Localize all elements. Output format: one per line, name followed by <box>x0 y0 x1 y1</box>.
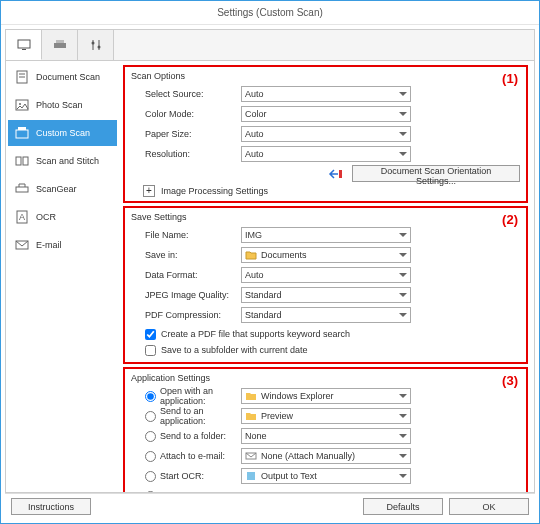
stitch-icon <box>14 153 30 169</box>
sidebar-label: Custom Scan <box>36 128 90 138</box>
do-not-start-label: Do not start any application <box>160 491 269 492</box>
text-icon <box>245 470 257 482</box>
send-to-folder-dropdown[interactable]: None <box>241 428 411 444</box>
color-mode-label: Color Mode: <box>131 109 241 119</box>
select-source-dropdown[interactable]: Auto <box>241 86 411 102</box>
color-mode-dropdown[interactable]: Color <box>241 106 411 122</box>
instructions-button[interactable]: Instructions <box>11 498 91 515</box>
svg-rect-2 <box>54 43 66 48</box>
data-format-dropdown[interactable]: Auto <box>241 267 411 283</box>
svg-rect-23 <box>247 472 255 480</box>
jpeg-quality-dropdown[interactable]: Standard <box>241 287 411 303</box>
start-ocr-label: Start OCR: <box>160 471 204 481</box>
image-processing-toggle[interactable]: +Image Processing Settings <box>143 185 520 197</box>
attach-email-dropdown[interactable]: None (Attach Manually) <box>241 448 411 464</box>
arrow-icon <box>328 168 344 180</box>
sidebar-item-ocr[interactable]: AOCR <box>8 204 117 230</box>
jpeg-quality-label: JPEG Image Quality: <box>131 290 241 300</box>
pdf-compression-label: PDF Compression: <box>131 310 241 320</box>
svg-rect-17 <box>16 187 28 192</box>
resolution-dropdown[interactable]: Auto <box>241 146 411 162</box>
tab-from-scanner[interactable] <box>42 30 78 60</box>
svg-text:A: A <box>19 212 25 222</box>
svg-rect-1 <box>22 49 26 50</box>
subfolder-date-label: Save to a subfolder with current date <box>161 345 308 355</box>
send-to-folder-label: Send to a folder: <box>160 431 226 441</box>
scangear-icon <box>14 181 30 197</box>
open-with-radio[interactable] <box>145 391 156 402</box>
sidebar-item-scan-stitch[interactable]: Scan and Stitch <box>8 148 117 174</box>
sidebar-label: OCR <box>36 212 56 222</box>
sidebar-item-document-scan[interactable]: Document Scan <box>8 64 117 90</box>
pdf-compression-dropdown[interactable]: Standard <box>241 307 411 323</box>
section-title: Application Settings <box>131 373 520 383</box>
resolution-label: Resolution: <box>131 149 241 159</box>
attach-email-label: Attach to e-mail: <box>160 451 225 461</box>
paper-size-label: Paper Size: <box>131 129 241 139</box>
paper-size-dropdown[interactable]: Auto <box>241 126 411 142</box>
file-name-field[interactable]: IMG <box>241 227 411 243</box>
section-save-settings: (2) Save Settings File Name:IMG Save in:… <box>123 206 528 364</box>
sidebar-label: Photo Scan <box>36 100 83 110</box>
sidebar-item-photo-scan[interactable]: Photo Scan <box>8 92 117 118</box>
save-in-dropdown[interactable]: Documents <box>241 247 411 263</box>
toolbar <box>5 29 535 61</box>
attach-email-radio[interactable] <box>145 451 156 462</box>
settings-window: Settings (Custom Scan) Document Scan Pho… <box>0 0 540 524</box>
titlebar: Settings (Custom Scan) <box>1 1 539 25</box>
select-source-label: Select Source: <box>131 89 241 99</box>
custom-icon <box>14 125 30 141</box>
svg-point-6 <box>91 42 94 45</box>
section-scan-options: (1) Scan Options Select Source:Auto Colo… <box>123 65 528 203</box>
start-ocr-dropdown[interactable]: Output to Text <box>241 468 411 484</box>
ok-button[interactable]: OK <box>449 498 529 515</box>
section-number: (2) <box>502 212 518 227</box>
send-to-app-dropdown[interactable]: Preview <box>241 408 411 424</box>
pdf-keyword-checkbox[interactable] <box>145 329 156 340</box>
tab-from-computer[interactable] <box>6 30 42 60</box>
defaults-button[interactable]: Defaults <box>363 498 443 515</box>
send-to-app-radio[interactable] <box>145 411 156 422</box>
sidebar-label: ScanGear <box>36 184 77 194</box>
do-not-start-radio[interactable] <box>145 491 156 493</box>
sidebar-label: Document Scan <box>36 72 100 82</box>
pdf-keyword-label: Create a PDF file that supports keyword … <box>161 329 350 339</box>
sidebar: Document Scan Photo Scan Custom Scan Sca… <box>6 61 119 492</box>
window-title: Settings (Custom Scan) <box>217 7 323 18</box>
subfolder-date-checkbox[interactable] <box>145 345 156 356</box>
photo-icon <box>14 97 30 113</box>
document-icon <box>14 69 30 85</box>
email-icon <box>14 237 30 253</box>
file-name-label: File Name: <box>131 230 241 240</box>
sidebar-item-email[interactable]: E-mail <box>8 232 117 258</box>
content: Document Scan Photo Scan Custom Scan Sca… <box>1 25 539 523</box>
sidebar-label: E-mail <box>36 240 62 250</box>
right-pane: (1) Scan Options Select Source:Auto Colo… <box>119 61 534 492</box>
send-to-folder-radio[interactable] <box>145 431 156 442</box>
svg-point-12 <box>19 103 21 105</box>
sliders-icon <box>88 37 104 53</box>
ocr-icon: A <box>14 209 30 225</box>
send-to-app-label: Send to an application: <box>160 406 241 426</box>
tab-general[interactable] <box>78 30 114 60</box>
svg-point-7 <box>97 46 100 49</box>
scanner-icon <box>52 37 68 53</box>
data-format-label: Data Format: <box>131 270 241 280</box>
svg-rect-21 <box>339 170 342 178</box>
section-application-settings: (3) Application Settings Open with an ap… <box>123 367 528 492</box>
start-ocr-radio[interactable] <box>145 471 156 482</box>
folder-icon <box>245 249 257 261</box>
image-processing-label: Image Processing Settings <box>161 186 268 196</box>
svg-rect-3 <box>56 40 64 43</box>
orientation-settings-button[interactable]: Document Scan Orientation Settings... <box>352 165 520 182</box>
mail-icon <box>245 450 257 462</box>
explorer-icon <box>245 390 257 402</box>
open-with-dropdown[interactable]: Windows Explorer <box>241 388 411 404</box>
sidebar-label: Scan and Stitch <box>36 156 99 166</box>
monitor-icon <box>16 37 32 53</box>
section-title: Scan Options <box>131 71 520 81</box>
section-number: (1) <box>502 71 518 86</box>
sidebar-item-custom-scan[interactable]: Custom Scan <box>8 120 117 146</box>
sidebar-item-scangear[interactable]: ScanGear <box>8 176 117 202</box>
section-title: Save Settings <box>131 212 520 222</box>
